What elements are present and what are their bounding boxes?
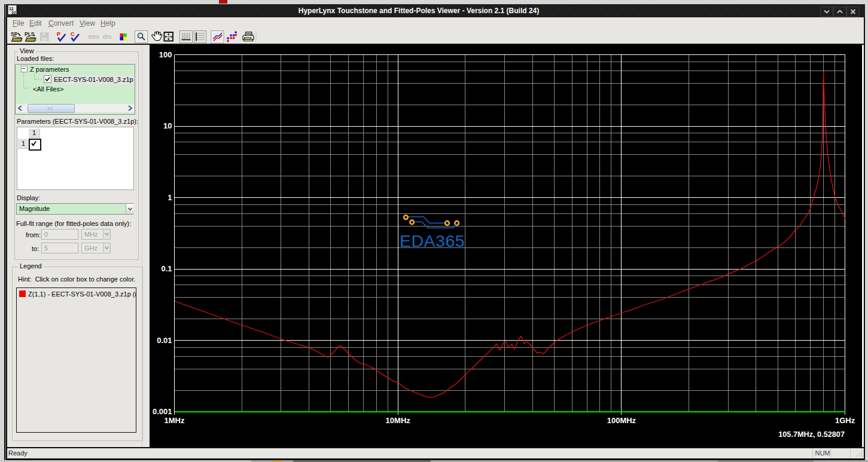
svg-text:PLS: PLS <box>25 31 35 37</box>
svg-text:C: C <box>71 31 75 37</box>
svg-text:1GHz: 1GHz <box>835 416 855 425</box>
svg-text:mm: mm <box>89 33 99 40</box>
svg-text:100: 100 <box>159 50 172 59</box>
svg-text:1MHz: 1MHz <box>165 416 185 425</box>
svg-text:P: P <box>57 31 60 37</box>
svg-text:10: 10 <box>163 121 172 130</box>
svg-text:0.01: 0.01 <box>157 336 172 345</box>
svg-text:dm: dm <box>103 33 112 40</box>
svg-text:105.7MHz, 0.52807: 105.7MHz, 0.52807 <box>778 430 845 439</box>
svg-text:100MHz: 100MHz <box>607 416 636 425</box>
svg-text:10MHz: 10MHz <box>386 416 411 425</box>
svg-text:1: 1 <box>167 193 172 202</box>
svg-text:SP: SP <box>11 31 18 37</box>
svg-text:0.001: 0.001 <box>153 407 172 416</box>
svg-text:0.1: 0.1 <box>161 264 172 273</box>
svg-text:EDA365: EDA365 <box>400 231 465 250</box>
